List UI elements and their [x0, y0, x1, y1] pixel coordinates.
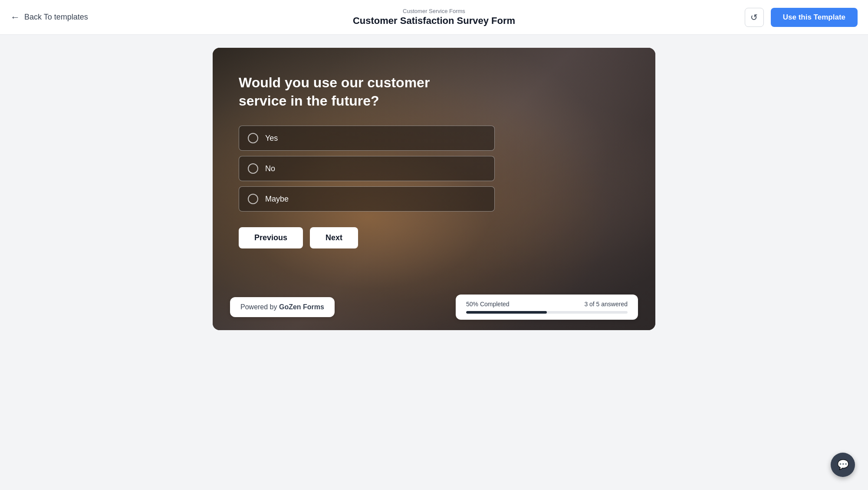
header-subtitle: Customer Service Forms: [353, 8, 515, 14]
radio-no[interactable]: [248, 163, 258, 174]
form-card: Would you use our customer service in th…: [213, 48, 655, 330]
header-title: Customer Satisfaction Survey Form: [353, 15, 515, 26]
previous-button[interactable]: Previous: [239, 227, 303, 248]
option-yes-label: Yes: [265, 134, 278, 143]
chat-button[interactable]: 💬: [831, 453, 855, 477]
progress-box: 50% Completed 3 of 5 answered: [456, 295, 638, 320]
powered-by-badge: Powered by GoZen Forms: [230, 297, 335, 317]
progress-answered-label: 3 of 5 answered: [584, 301, 628, 308]
refresh-icon: ↺: [750, 12, 758, 23]
option-yes[interactable]: Yes: [239, 126, 495, 151]
progress-bar-fill: [466, 311, 547, 314]
question-text: Would you use our customer service in th…: [239, 74, 464, 110]
back-to-templates-button[interactable]: ← Back To templates: [10, 12, 88, 23]
header: ← Back To templates Customer Service For…: [0, 0, 868, 35]
form-content: Would you use our customer service in th…: [213, 48, 655, 330]
radio-maybe[interactable]: [248, 194, 258, 204]
option-no[interactable]: No: [239, 156, 495, 181]
option-no-label: No: [265, 164, 275, 173]
radio-yes[interactable]: [248, 133, 258, 143]
header-right: ↺ Use this Template: [745, 8, 858, 27]
nav-buttons: Previous Next: [239, 227, 629, 248]
use-template-button[interactable]: Use this Template: [771, 8, 858, 27]
arrow-left-icon: ←: [10, 12, 20, 23]
progress-info: 50% Completed 3 of 5 answered: [466, 301, 628, 308]
option-maybe[interactable]: Maybe: [239, 186, 495, 212]
progress-bar-background: [466, 311, 628, 314]
progress-percent-label: 50% Completed: [466, 301, 510, 308]
options-list: Yes No Maybe: [239, 126, 629, 212]
powered-by-brand: GoZen Forms: [279, 303, 324, 311]
main-content: Would you use our customer service in th…: [0, 35, 868, 490]
chat-icon: 💬: [837, 459, 849, 470]
refresh-button[interactable]: ↺: [745, 8, 764, 27]
powered-by-prefix: Powered by: [240, 303, 279, 311]
back-label: Back To templates: [24, 13, 88, 22]
next-button[interactable]: Next: [310, 227, 358, 248]
header-center: Customer Service Forms Customer Satisfac…: [353, 8, 515, 26]
bottom-bar: Powered by GoZen Forms 50% Completed 3 o…: [213, 295, 655, 320]
option-maybe-label: Maybe: [265, 195, 289, 204]
